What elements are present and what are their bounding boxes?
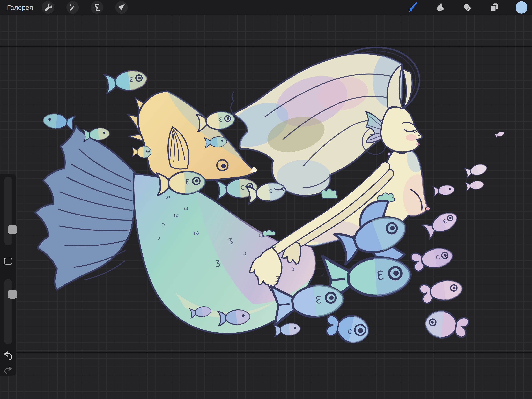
brush-sidebar [0, 174, 16, 376]
adjustments-button[interactable] [66, 1, 79, 14]
actions-button[interactable] [42, 1, 54, 14]
color-button[interactable] [515, 1, 528, 14]
eraser-icon [462, 2, 472, 13]
mermaid-artwork: ʒɔʒωωʒɔɜɜɜωωʒɔɔɔ ƐƐƐCƐƐƐCƐC [0, 15, 532, 399]
mermaid-tail-fin [35, 126, 136, 290]
svg-text:Ɛ: Ɛ [376, 268, 384, 283]
fish [419, 278, 463, 304]
svg-text:Ɛ: Ɛ [219, 116, 223, 123]
layers-button[interactable] [488, 1, 501, 14]
fish: Ɛ [104, 69, 148, 94]
opacity-handle[interactable] [8, 290, 17, 299]
bubble-squiggle: ʒ [215, 257, 221, 267]
undo-icon [4, 351, 13, 360]
fish [132, 146, 151, 158]
smudge-icon [435, 2, 445, 13]
color-swatch [516, 1, 527, 14]
cheek-blush [406, 134, 417, 141]
undo-button[interactable] [4, 351, 13, 360]
gallery-button[interactable]: Галерея [7, 0, 33, 15]
svg-text:C: C [240, 184, 245, 191]
layers-icon [489, 2, 499, 13]
brush-size-slider[interactable] [4, 176, 12, 245]
bubble-squiggle: ɜ [271, 245, 278, 249]
fish [464, 162, 488, 178]
modify-button[interactable] [4, 257, 13, 264]
opacity-slider[interactable] [4, 279, 12, 344]
yellow-fish [128, 91, 257, 185]
bubble-squiggle: ɔ [321, 271, 324, 277]
wrench-icon [44, 3, 53, 12]
redo-button[interactable] [4, 366, 12, 374]
fish [494, 131, 505, 138]
smudge-tool-button[interactable] [434, 1, 447, 14]
brush-size-handle[interactable] [8, 225, 17, 234]
brush-icon [408, 2, 418, 13]
bubble-squiggle: ω [184, 205, 189, 211]
fish: Ɛ [196, 110, 236, 131]
bubble-squiggle: ɜ [283, 256, 290, 259]
top-toolbar: Галерея [0, 0, 532, 15]
fish: C [324, 310, 371, 346]
bubble-squiggle: ω [174, 212, 178, 219]
selection-button[interactable] [91, 1, 103, 14]
fish [83, 127, 110, 142]
bubble-squiggle: ɔ [162, 221, 165, 227]
erase-tool-button[interactable] [461, 1, 474, 14]
bubble-squiggle: ɔ [157, 235, 160, 241]
drawing-canvas[interactable]: ʒɔʒωωʒɔɜɜɜωωʒɔɔɔ ƐƐƐCƐƐƐCƐC [0, 15, 532, 399]
fish [424, 309, 469, 340]
fish [433, 185, 455, 196]
redo-icon [4, 366, 12, 374]
transform-button[interactable] [115, 1, 128, 14]
left-tool-group [42, 1, 128, 14]
fish [42, 113, 75, 130]
transform-arrow-icon [117, 3, 126, 12]
fish [465, 180, 484, 191]
fish: Ɛ [422, 209, 460, 239]
fish: C [411, 246, 454, 272]
selection-s-icon [93, 3, 101, 12]
svg-text:Ɛ: Ɛ [315, 294, 322, 306]
magic-wand-icon [68, 3, 77, 12]
right-tool-group [407, 1, 528, 14]
svg-text:Ɛ: Ɛ [185, 178, 190, 186]
paint-tool-button[interactable] [407, 1, 419, 14]
bubble-squiggle: ʒ [275, 273, 281, 283]
